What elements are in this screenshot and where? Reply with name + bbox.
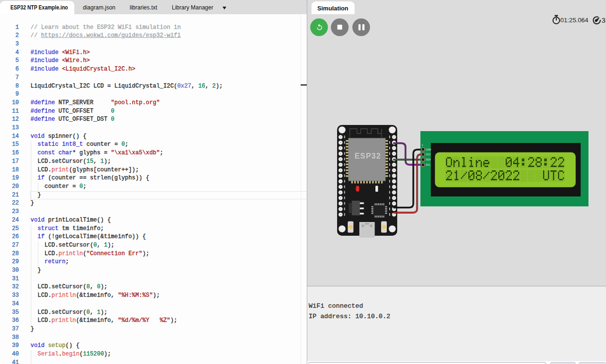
svg-text:VCC: VCC (426, 153, 431, 156)
svg-text:1: 1 (422, 143, 423, 146)
svg-text:3: 3 (602, 16, 606, 24)
svg-text:SCL: SCL (426, 163, 431, 166)
svg-text:ESP32: ESP32 (355, 152, 381, 160)
svg-text:SDA: SDA (426, 158, 431, 161)
svg-text:GND: GND (426, 148, 432, 151)
